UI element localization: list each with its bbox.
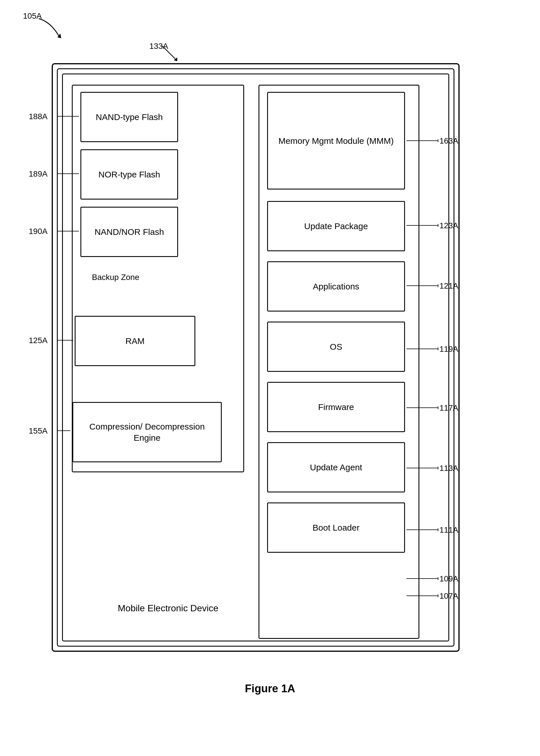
nand-flash-box: NAND-type Flash	[80, 92, 178, 142]
bracket-188A	[58, 113, 82, 119]
boot-loader-box: Boot Loader	[267, 502, 405, 553]
bracket-189A	[58, 171, 82, 176]
diagram-container: 105A 133A NAND-type Flash NOR-type Flash…	[0, 0, 540, 718]
arrow-105A	[33, 16, 68, 42]
label-121A: 121A	[440, 281, 458, 290]
applications-label: Applications	[313, 281, 359, 292]
bracket-111A	[406, 527, 441, 533]
label-109A: 109A	[440, 574, 458, 584]
label-190A: 190A	[29, 227, 48, 236]
bracket-113A	[406, 465, 441, 471]
bracket-155A	[58, 428, 73, 434]
bracket-190A	[58, 228, 82, 234]
label-107A: 107A	[440, 592, 458, 601]
bracket-123A	[406, 223, 441, 228]
bracket-163A	[406, 138, 441, 144]
nand-nor-flash-label: NAND/NOR Flash	[94, 226, 164, 238]
label-163A: 163A	[440, 136, 458, 146]
firmware-box: Firmware	[267, 382, 405, 432]
bracket-117A	[406, 405, 441, 411]
bracket-109A	[406, 576, 441, 582]
bracket-107A	[406, 593, 441, 599]
label-155A: 155A	[29, 426, 48, 436]
nor-flash-label: NOR-type Flash	[98, 169, 160, 180]
os-box: OS	[267, 322, 405, 372]
label-117A: 117A	[440, 403, 458, 413]
update-package-box: Update Package	[267, 201, 405, 251]
device-label: Mobile Electronic Device	[118, 603, 218, 613]
nor-flash-box: NOR-type Flash	[80, 149, 178, 200]
label-188A: 188A	[29, 112, 48, 121]
os-label: OS	[330, 341, 342, 352]
label-111A: 111A	[440, 525, 458, 535]
firmware-label: Firmware	[318, 401, 354, 413]
bracket-119A	[406, 346, 441, 352]
arrow-133A	[159, 43, 183, 63]
memory-mgmt-box: Memory Mgmt Module (MMM)	[267, 92, 405, 189]
label-123A: 123A	[440, 221, 458, 230]
memory-mgmt-label: Memory Mgmt Module (MMM)	[278, 135, 394, 147]
nand-nor-flash-box: NAND/NOR Flash	[80, 207, 178, 257]
update-package-label: Update Package	[304, 221, 368, 232]
applications-box: Applications	[267, 261, 405, 311]
boot-loader-label: Boot Loader	[313, 522, 359, 533]
update-agent-label: Update Agent	[310, 462, 362, 473]
figure-caption: Figure 1A	[245, 683, 295, 695]
update-agent-box: Update Agent	[267, 442, 405, 492]
compression-box: Compression/ Decompression Engine	[72, 402, 222, 462]
label-119A: 119A	[440, 345, 458, 354]
ram-label: RAM	[125, 335, 145, 347]
label-125A: 125A	[29, 336, 48, 345]
backup-zone-label: Backup Zone	[92, 273, 139, 282]
bracket-125A	[58, 337, 76, 343]
nand-flash-label: NAND-type Flash	[96, 111, 163, 123]
compression-label: Compression/ Decompression Engine	[76, 421, 218, 443]
label-189A: 189A	[29, 169, 48, 178]
bracket-121A	[406, 283, 441, 288]
label-113A: 113A	[440, 464, 458, 473]
ram-box: RAM	[75, 316, 195, 366]
